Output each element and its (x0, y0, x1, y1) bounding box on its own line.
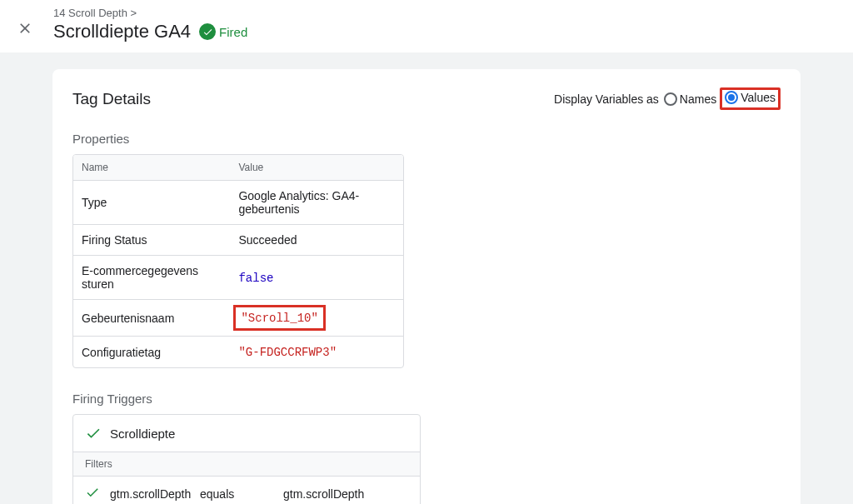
radio-names[interactable]: Names (664, 92, 716, 106)
radio-names-label: Names (680, 92, 716, 106)
breadcrumb[interactable]: 14 Scroll Depth > (53, 7, 247, 19)
properties-section-label: Properties (72, 132, 781, 146)
filters-label: Filters (73, 452, 420, 477)
radio-icon (725, 91, 738, 104)
values-highlight: Values (720, 87, 781, 110)
filter-operator: equals (200, 487, 283, 501)
card-title: Tag Details (72, 90, 151, 108)
trigger-name: Scrolldiepte (110, 427, 175, 441)
tag-details-card: Tag Details Display Variables as Names V… (52, 69, 801, 504)
content-area: Tag Details Display Variables as Names V… (0, 52, 853, 504)
prop-value: false (230, 256, 403, 300)
prop-name: Type (73, 181, 230, 225)
col-value: Value (230, 155, 403, 181)
prop-value: "Scroll_10" (230, 300, 403, 337)
title-block: 14 Scroll Depth > Scrolldiepte GA4 Fired (53, 7, 247, 42)
radio-values-label: Values (741, 91, 776, 104)
prop-value: Succeeded (230, 225, 403, 256)
table-row: Configuratietag "G-FDGCCRFWP3" (73, 337, 403, 367)
table-row: Type Google Analytics: GA4-gebeurtenis (73, 181, 403, 225)
prop-name: E-commercegegevens sturen (73, 256, 230, 300)
fired-badge: Fired (199, 23, 247, 40)
prop-name: Gebeurtenisnaam (73, 300, 230, 337)
event-name-highlight: "Scroll_10" (233, 305, 325, 331)
display-variables-toggle: Display Variables as Names Values (554, 87, 781, 110)
top-bar: 14 Scroll Depth > Scrolldiepte GA4 Fired (0, 0, 853, 52)
properties-table: Name Value Type Google Analytics: GA4-ge… (72, 154, 404, 368)
triggers-section-label: Firing Triggers (72, 392, 781, 406)
filter-variable: gtm.scrollDepth (110, 487, 200, 501)
trigger-header: Scrolldiepte (73, 415, 420, 452)
prop-name: Configuratietag (73, 337, 230, 367)
prop-value: "G-FDGCCRFWP3" (230, 337, 403, 367)
check-icon (85, 485, 110, 502)
filter-row: gtm.scrollDepth equals gtm.scrollDepth (73, 477, 420, 504)
radio-icon (664, 92, 677, 106)
fired-label: Fired (219, 25, 247, 39)
check-icon (85, 425, 102, 442)
page-title: Scrolldiepte GA4 (53, 21, 191, 42)
col-name: Name (73, 155, 230, 181)
display-label: Display Variables as (554, 92, 659, 106)
prop-value: Google Analytics: GA4-gebeurtenis (230, 181, 403, 225)
trigger-box: Scrolldiepte Filters gtm.scrollDepth equ… (72, 414, 421, 504)
table-row: Gebeurtenisnaam "Scroll_10" (73, 300, 403, 337)
table-row: Firing Status Succeeded (73, 225, 403, 256)
prop-name: Firing Status (73, 225, 230, 256)
check-circle-icon (199, 23, 216, 40)
filter-value: gtm.scrollDepth (283, 487, 408, 501)
radio-values[interactable]: Values (725, 91, 776, 104)
close-icon[interactable] (17, 20, 33, 37)
table-row: E-commercegegevens sturen false (73, 256, 403, 300)
